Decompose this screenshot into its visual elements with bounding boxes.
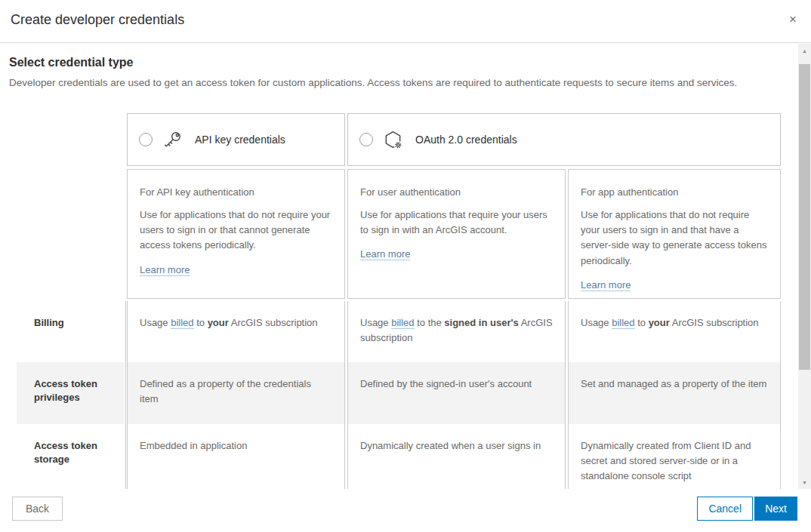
api-key-description-cell: For API key authentication Use for appli… bbox=[127, 169, 345, 299]
description-title: For API key authentication bbox=[140, 185, 332, 200]
description-body: Use for applications that do not require… bbox=[581, 208, 768, 269]
dialog-title: Create developer credentials bbox=[11, 12, 184, 28]
privileges-cell-oauth-app: Set and managed as a property of the ite… bbox=[568, 362, 781, 424]
option-label: API key credentials bbox=[195, 134, 285, 146]
billing-row: Billing Usage billed to your ArcGIS subs… bbox=[17, 301, 781, 362]
cell-text: Usage bbox=[140, 317, 171, 328]
back-button[interactable]: Back bbox=[12, 497, 63, 521]
vertical-scrollbar[interactable]: ▲ ▼ bbox=[798, 44, 811, 489]
create-developer-credentials-dialog: Create developer credentials × Select cr… bbox=[0, 0, 811, 532]
billing-cell-oauth-user: Usage billed to the signed in user's Arc… bbox=[347, 301, 566, 362]
description-title: For app authentication bbox=[581, 185, 768, 200]
key-icon bbox=[162, 130, 183, 150]
cell-text: ArcGIS subscription bbox=[229, 317, 318, 328]
section-heading: Select credential type bbox=[9, 56, 134, 69]
cell-text: to bbox=[194, 317, 208, 328]
option-oauth-credentials[interactable]: OAuth 2.0 credentials bbox=[347, 113, 781, 166]
billed-link[interactable]: billed bbox=[391, 317, 414, 329]
storage-cell-oauth-app: Dynamically created from Client ID and s… bbox=[568, 424, 781, 489]
storage-cell-api-key: Embedded in application bbox=[127, 424, 345, 489]
storage-cell-oauth-user: Dynamically created when a user signs in bbox=[347, 424, 566, 489]
oauth-user-description-cell: For user authentication Use for applicat… bbox=[347, 169, 566, 299]
learn-more-link[interactable]: Learn more bbox=[581, 279, 631, 291]
privileges-cell-oauth-user: Defined by the signed-in user's account bbox=[347, 362, 566, 424]
cell-text: Defined as a property of the credentials… bbox=[140, 377, 332, 407]
row-label-access-token-storage: Access token storage bbox=[17, 424, 125, 489]
billing-cell-oauth-app: Usage billed to your ArcGIS subscription bbox=[568, 301, 781, 362]
next-button[interactable]: Next bbox=[754, 497, 797, 521]
cell-text: Dynamically created when a user signs in bbox=[360, 438, 553, 454]
cancel-button[interactable]: Cancel bbox=[697, 497, 753, 521]
row-label-access-token-privileges: Access token privileges bbox=[17, 362, 125, 424]
dialog-content: Select credential type Developer credent… bbox=[0, 44, 798, 489]
billed-link[interactable]: billed bbox=[171, 317, 193, 329]
cell-text: Dynamically created from Client ID and s… bbox=[581, 438, 768, 484]
description-title: For user authentication bbox=[360, 185, 553, 200]
option-api-key-credentials[interactable]: API key credentials bbox=[127, 113, 345, 166]
cell-text: Usage bbox=[360, 317, 391, 328]
learn-more-link[interactable]: Learn more bbox=[140, 264, 190, 276]
privileges-cell-api-key: Defined as a property of the credentials… bbox=[127, 362, 345, 424]
row-label-divider bbox=[125, 301, 126, 489]
description-body: Use for applications that do not require… bbox=[140, 208, 332, 253]
oauth-gear-icon bbox=[383, 130, 403, 150]
cell-text: Usage bbox=[581, 317, 612, 328]
cell-bold-text: signed in user's bbox=[444, 317, 518, 328]
billed-link[interactable]: billed bbox=[612, 317, 634, 329]
close-button[interactable]: × bbox=[784, 11, 802, 29]
dialog-footer: Back Cancel Next bbox=[0, 489, 811, 532]
credential-type-table: API key credentials OAuth 2.0 credential… bbox=[127, 113, 781, 299]
scroll-up-icon[interactable]: ▲ bbox=[798, 45, 811, 57]
cell-bold-text: your bbox=[649, 317, 670, 328]
scroll-down-icon[interactable]: ▼ bbox=[798, 476, 811, 488]
dialog-header: Create developer credentials × bbox=[0, 0, 811, 43]
row-label-billing: Billing bbox=[17, 301, 125, 362]
description-body: Use for applications that require your u… bbox=[360, 208, 553, 238]
access-token-storage-row: Access token storage Embedded in applica… bbox=[17, 424, 781, 489]
option-label: OAuth 2.0 credentials bbox=[415, 134, 517, 146]
section-description: Developer credentials are used to get an… bbox=[9, 77, 737, 88]
cell-text: to the bbox=[415, 317, 445, 328]
oauth-app-description-cell: For app authentication Use for applicati… bbox=[568, 169, 781, 299]
oauth-radio[interactable] bbox=[359, 133, 373, 146]
cell-text: ArcGIS subscription bbox=[670, 317, 759, 328]
cell-bold-text: your bbox=[208, 317, 229, 328]
api-key-radio[interactable] bbox=[139, 133, 153, 146]
scrollbar-thumb[interactable] bbox=[799, 64, 810, 370]
learn-more-link[interactable]: Learn more bbox=[360, 248, 410, 260]
cell-text: Defined by the signed-in user's account bbox=[360, 377, 553, 392]
cell-text: to bbox=[635, 317, 649, 328]
billing-cell-api-key: Usage billed to your ArcGIS subscription bbox=[127, 301, 345, 362]
close-icon: × bbox=[789, 12, 797, 26]
cell-text: Embedded in application bbox=[140, 438, 332, 454]
cell-text: Set and managed as a property of the ite… bbox=[581, 377, 768, 392]
comparison-rows: Billing Usage billed to your ArcGIS subs… bbox=[17, 301, 781, 489]
access-token-privileges-row: Access token privileges Defined as a pro… bbox=[17, 362, 781, 424]
